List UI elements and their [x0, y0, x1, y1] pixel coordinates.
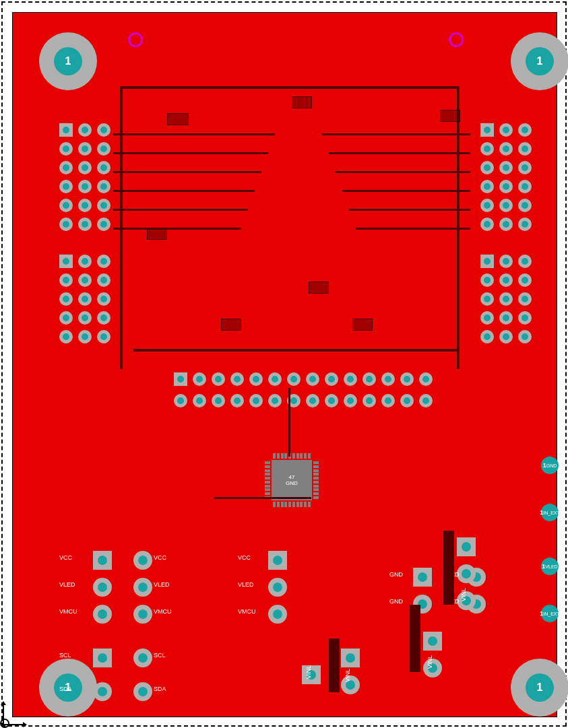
pad: [59, 311, 73, 325]
net-label: GND: [389, 598, 403, 605]
pad: [480, 273, 494, 287]
pad: [230, 372, 244, 386]
test-point: 1IN_EXT: [541, 605, 559, 622]
pad: [480, 330, 494, 343]
pad: [93, 578, 112, 597]
pad: [133, 605, 152, 624]
pad: [212, 394, 225, 407]
pad: [325, 394, 338, 407]
smd-pad: [221, 319, 241, 331]
net-label: SCL: [154, 652, 166, 659]
pad: [499, 292, 513, 306]
pad: [362, 372, 376, 386]
net-label: VLED: [238, 581, 254, 588]
pad: [344, 372, 357, 386]
pad: [193, 372, 206, 386]
pad: [59, 123, 73, 137]
pad: [480, 255, 494, 268]
pad: [59, 142, 73, 156]
pad: [480, 161, 494, 174]
pad: [78, 255, 92, 268]
pad: [499, 273, 513, 287]
pad: [499, 311, 513, 325]
pad: [518, 218, 532, 231]
mounting-hole: 1: [511, 32, 568, 90]
smd-pad: [352, 319, 373, 331]
net-label: VCC: [154, 554, 166, 561]
pad: [499, 180, 513, 193]
pad: [480, 311, 494, 325]
net-label: GND: [389, 571, 403, 578]
pad: [59, 330, 73, 343]
pad: [268, 578, 287, 597]
pad: [97, 123, 111, 137]
test-point: 1VLED: [541, 558, 559, 575]
pad: [518, 180, 532, 193]
pad: [480, 218, 494, 231]
pad: [419, 394, 433, 407]
pad: [133, 551, 152, 570]
pad: [78, 330, 92, 343]
pad: [400, 394, 414, 407]
pad: [419, 372, 433, 386]
pad: [268, 394, 282, 407]
smd-pad: [167, 113, 189, 125]
pad: [249, 372, 263, 386]
pad: [325, 372, 338, 386]
pad: [518, 142, 532, 156]
mounting-hole: 1: [511, 659, 568, 717]
pad: [518, 292, 532, 306]
net-label: SDA: [154, 686, 166, 692]
pad: [193, 394, 206, 407]
smd-pad: [292, 96, 312, 108]
pad: [78, 123, 92, 137]
net-label: VINL: [460, 588, 467, 601]
pad: [457, 564, 476, 583]
pad: [480, 180, 494, 193]
pad: [59, 273, 73, 287]
pad: [78, 142, 92, 156]
smd-pad: [309, 282, 329, 294]
mounting-hole: 1: [39, 32, 97, 90]
net-label: SDA: [59, 686, 72, 692]
test-point: 1GND: [541, 457, 559, 474]
net-label: VINL: [344, 669, 351, 682]
pad: [93, 551, 112, 570]
pad: [174, 394, 187, 407]
net-label: SCL: [59, 652, 71, 659]
pad: [133, 649, 152, 667]
pad: [518, 330, 532, 343]
pad: [249, 394, 263, 407]
pad: [59, 255, 73, 268]
pad: [97, 292, 111, 306]
pad: [362, 394, 376, 407]
net-label: VMCU: [238, 608, 256, 615]
pad: [499, 199, 513, 212]
pad: [287, 372, 301, 386]
pad: [78, 180, 92, 193]
pad: [59, 292, 73, 306]
fiducial: [449, 32, 464, 47]
pad: [306, 372, 319, 386]
pad: [480, 199, 494, 212]
pad: [93, 605, 112, 624]
pad: [499, 330, 513, 343]
net-label: VINL: [427, 655, 433, 669]
pad: [480, 142, 494, 156]
pad: [59, 161, 73, 174]
net-label: VINL: [305, 665, 312, 679]
pad: [499, 218, 513, 231]
pad: [518, 161, 532, 174]
pad: [59, 180, 73, 193]
net-label: VCC: [59, 554, 72, 561]
pad: [518, 199, 532, 212]
pad: [499, 161, 513, 174]
pad: [59, 199, 73, 212]
pad: [413, 568, 432, 587]
pad: [423, 632, 442, 651]
fiducial: [128, 32, 143, 47]
pad: [480, 292, 494, 306]
pad: [518, 311, 532, 325]
pad: [97, 273, 111, 287]
net-label: VMCU: [154, 608, 172, 615]
